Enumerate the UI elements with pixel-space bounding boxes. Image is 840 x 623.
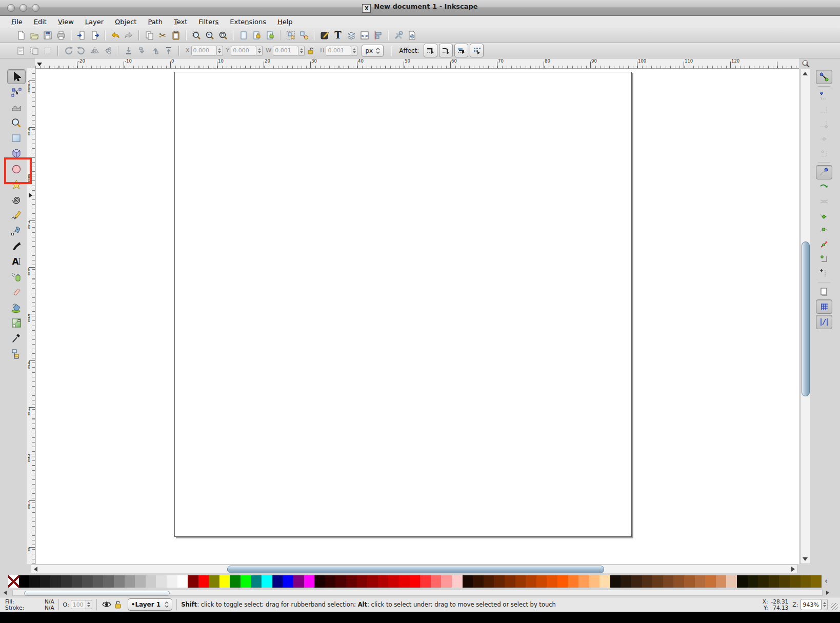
tool-eraser[interactable] [7, 285, 26, 299]
move-patterns-toggle[interactable] [470, 44, 484, 57]
snap-rotation-center-toggle[interactable] [816, 267, 832, 280]
palette-swatch[interactable] [716, 575, 727, 588]
tool-gradient[interactable] [7, 315, 26, 330]
menu-file[interactable]: File [11, 18, 23, 26]
palette-swatch[interactable] [758, 575, 769, 588]
zoom-1-1-icon[interactable]: 1:1 [800, 59, 811, 68]
palette-swatch[interactable] [673, 575, 684, 588]
palette-swatch[interactable] [156, 575, 167, 588]
scroll-left-arrow[interactable] [34, 567, 37, 572]
palette-swatch[interactable] [568, 575, 578, 588]
fill-stroke-indicator[interactable]: Fill: N/A Stroke: N/A [5, 599, 54, 611]
tool-text[interactable]: A [7, 254, 26, 269]
y-field[interactable]: 0.000 [231, 46, 256, 56]
palette-swatch[interactable] [494, 575, 505, 588]
palette-swatch[interactable] [737, 575, 748, 588]
print-icon[interactable] [54, 29, 68, 42]
menu-help[interactable]: Help [277, 18, 293, 26]
palette-swatch[interactable] [748, 575, 758, 588]
snap-guides-toggle[interactable] [816, 315, 832, 329]
vertical-scrollbar-thumb[interactable] [802, 242, 810, 396]
palette-swatch[interactable] [695, 575, 706, 588]
unit-select[interactable]: px [362, 45, 384, 57]
palette-swatch[interactable] [663, 575, 674, 588]
canvas[interactable] [36, 69, 799, 564]
vertical-scrollbar[interactable] [800, 69, 810, 564]
h-field-spinner[interactable] [351, 46, 357, 56]
scale-rounded-corners-toggle[interactable] [439, 44, 453, 57]
lower-to-bottom-icon[interactable] [122, 44, 135, 57]
tool-spray[interactable] [7, 269, 26, 284]
palette-swatch[interactable] [230, 575, 241, 588]
palette-swatch[interactable] [684, 575, 695, 588]
palette-chevron-icon[interactable]: ‹ [825, 576, 828, 586]
palette-swatch[interactable] [346, 575, 357, 588]
align-distribute-icon[interactable] [371, 29, 385, 42]
document-page[interactable] [174, 72, 632, 537]
palette-swatch[interactable] [652, 575, 663, 588]
unlink-clone-icon[interactable] [264, 29, 277, 42]
scroll-down-arrow[interactable] [803, 557, 808, 561]
tool-pen[interactable] [7, 223, 26, 238]
tool-rectangle[interactable] [7, 131, 26, 146]
snap-cusp-nodes-toggle[interactable] [816, 209, 832, 223]
palette-scroll-left-arrow[interactable] [4, 591, 7, 595]
horizontal-scrollbar[interactable] [31, 565, 798, 573]
snap-path-intersections-toggle[interactable] [816, 195, 832, 208]
palette-swatch[interactable] [40, 575, 51, 588]
palette-swatch[interactable] [578, 575, 589, 588]
palette-swatch[interactable] [790, 575, 801, 588]
export-icon[interactable] [88, 29, 102, 42]
snap-bbox-edge-midpoints-toggle[interactable] [816, 132, 832, 146]
lower-icon[interactable] [135, 44, 149, 57]
palette-swatch[interactable] [72, 575, 83, 588]
palette-swatch[interactable] [441, 575, 452, 588]
palette-swatch[interactable] [705, 575, 716, 588]
move-gradients-toggle[interactable] [454, 44, 468, 57]
flip-vertical-icon[interactable] [102, 44, 115, 57]
tool-tweak[interactable] [7, 100, 26, 115]
tool-paint-bucket[interactable] [7, 300, 26, 315]
snap-bbox-edges-toggle[interactable] [816, 104, 832, 117]
palette-swatch[interactable] [82, 575, 93, 588]
palette-swatch[interactable] [484, 575, 494, 588]
palette-swatch[interactable] [135, 575, 146, 588]
zoom-field[interactable]: 943% [801, 599, 822, 610]
snap-bbox-corners-toggle[interactable] [816, 118, 832, 131]
tool-spiral[interactable] [7, 192, 26, 207]
tool-pencil[interactable] [7, 208, 26, 223]
snap-object-centers-toggle[interactable] [816, 252, 832, 266]
snap-nodes-toggle[interactable] [816, 165, 832, 179]
x-field-spinner[interactable] [217, 46, 223, 56]
palette-scrollbar[interactable] [12, 590, 823, 596]
y-field-spinner[interactable] [256, 46, 263, 56]
palette-swatch[interactable] [219, 575, 230, 588]
tool-selector[interactable] [7, 69, 26, 84]
open-icon[interactable] [28, 29, 41, 42]
palette-swatch[interactable] [536, 575, 547, 588]
palette-swatch[interactable] [335, 575, 346, 588]
palette-swatch[interactable] [420, 575, 431, 588]
rotate-ccw-icon[interactable] [62, 44, 75, 57]
palette-swatch[interactable] [726, 575, 737, 588]
palette-swatch[interactable] [610, 575, 621, 588]
lock-ratio-icon[interactable] [307, 47, 314, 55]
palette-scroll-right-arrow[interactable] [826, 591, 829, 595]
palette-swatch[interactable] [8, 575, 19, 588]
snap-grid-toggle[interactable] [816, 299, 832, 314]
tool-node-editor[interactable] [7, 85, 26, 99]
tool-dropper[interactable] [7, 331, 26, 346]
horizontal-scrollbar-thumb[interactable] [227, 566, 604, 573]
snap-bbox-centers-toggle[interactable] [816, 147, 832, 160]
layer-select[interactable]: •Layer 1 [128, 598, 172, 611]
palette-swatch[interactable] [114, 575, 125, 588]
palette-swatch[interactable] [251, 575, 262, 588]
cut-icon[interactable]: ✂ [156, 29, 169, 42]
snap-page-border-toggle[interactable] [816, 285, 832, 298]
tool-zoom[interactable] [7, 115, 26, 130]
resize-grip[interactable] [831, 603, 838, 610]
xml-editor-icon[interactable]: <> [358, 29, 371, 42]
palette-swatch[interactable] [304, 575, 315, 588]
opacity-spinner[interactable] [86, 600, 92, 609]
palette-swatch[interactable] [188, 575, 198, 588]
